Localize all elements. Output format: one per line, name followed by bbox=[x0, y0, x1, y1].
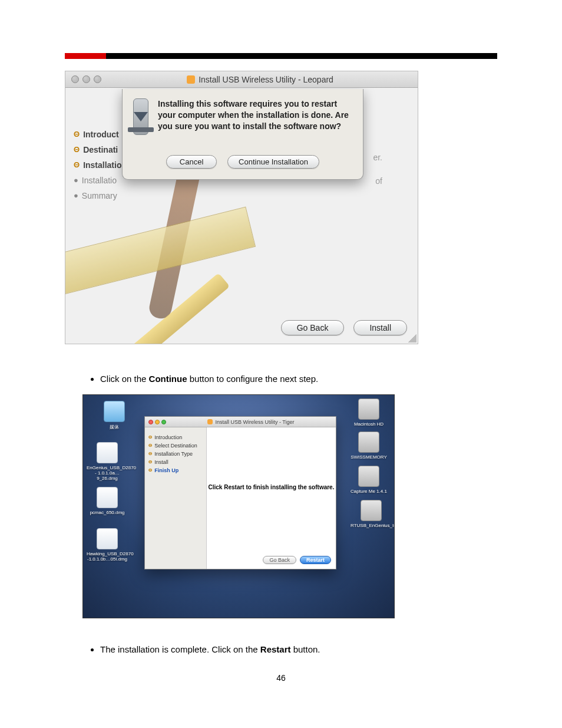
instruction-text: button. bbox=[290, 644, 320, 654]
step-bullet-icon: Θ bbox=[148, 442, 152, 450]
resize-grip-icon[interactable] bbox=[408, 334, 416, 342]
desktop-icon-label: RTUSB_EnGenius_Installer bbox=[351, 523, 392, 528]
instruction-text: The installation is complete. Click on t… bbox=[100, 644, 260, 654]
cancel-button[interactable]: Cancel bbox=[166, 155, 217, 169]
installer-app-icon bbox=[187, 75, 195, 84]
traffic-lights[interactable] bbox=[71, 75, 101, 83]
step-label: Introduction bbox=[154, 433, 182, 442]
window-titlebar: Install USB Wireless Utility - Leopard bbox=[65, 71, 418, 88]
step-label: Select Destination bbox=[154, 442, 197, 450]
minimize-icon[interactable] bbox=[155, 420, 160, 424]
instruction-bullet: Click on the Continue button to configur… bbox=[100, 374, 497, 384]
desktop-hd-icon[interactable]: SWISSMEMORY bbox=[348, 431, 389, 460]
step-bullet-icon: Θ bbox=[148, 458, 152, 466]
step-bullet-icon: ● bbox=[74, 173, 78, 188]
instruction-bullet: The installation is complete. Click on t… bbox=[100, 644, 497, 654]
instruction-bold: Continue bbox=[149, 374, 187, 384]
step-label: Destinati bbox=[83, 142, 118, 157]
continue-installation-button[interactable]: Continue Installation bbox=[227, 155, 319, 169]
zoom-icon[interactable] bbox=[161, 420, 166, 424]
confirm-restart-sheet: Installing this software requires you to… bbox=[122, 89, 363, 180]
step-bullet-icon: Θ bbox=[74, 157, 80, 173]
finish-message: Click Restart to finish installing the s… bbox=[207, 484, 336, 490]
desktop-hd-icon[interactable]: RTUSB_EnGenius_Installer bbox=[351, 500, 392, 528]
window-title: Install USB Wireless Utility - Leopard bbox=[199, 75, 333, 84]
installer-app-icon bbox=[207, 419, 213, 424]
desktop-icon-label: EnGenius_USB_D2870 - 1.0.1.0a…9_26.dmg bbox=[87, 465, 128, 481]
obscured-text: er. bbox=[373, 153, 382, 162]
minimize-icon[interactable] bbox=[82, 75, 90, 83]
desktop-hd-icon[interactable]: Capture Me 1.4.1 bbox=[348, 466, 389, 494]
window-titlebar: Install USB Wireless Utility - Tiger bbox=[145, 417, 336, 427]
go-back-button[interactable]: Go Back bbox=[263, 556, 296, 564]
step-label: Installatio bbox=[83, 157, 121, 173]
instruction-text: button to configure the next step. bbox=[187, 374, 319, 384]
installer-steps: ΘIntroduction ΘSelect Destination ΘInsta… bbox=[145, 427, 206, 569]
install-button[interactable]: Install bbox=[353, 320, 407, 335]
screenshot-tiger-desktop: 媒体 EnGenius_USB_D2870 - 1.0.1.0a…9_26.dm… bbox=[82, 394, 395, 618]
step-label: Installation Type bbox=[154, 450, 193, 458]
step-bullet-icon: Θ bbox=[148, 450, 152, 458]
step-bullet-icon: ● bbox=[74, 188, 78, 203]
zoom-icon[interactable] bbox=[94, 75, 101, 83]
step-bullet-icon: Θ bbox=[148, 433, 152, 442]
desktop-icon-label: pcmac_650.dmg bbox=[87, 510, 128, 515]
desktop-icon-label: SWISSMEMORY bbox=[348, 454, 389, 460]
installer-window: Install USB Wireless Utility - Tiger ΘIn… bbox=[144, 416, 336, 569]
hard-drive-arrow-icon bbox=[133, 98, 148, 135]
close-icon[interactable] bbox=[71, 75, 79, 83]
desktop-dmg-icon[interactable]: pcmac_650.dmg bbox=[87, 487, 128, 515]
desktop-folder-icon[interactable]: 媒体 bbox=[94, 401, 135, 430]
screenshot-leopard-installer: Install USB Wireless Utility - Leopard e… bbox=[65, 71, 418, 344]
step-bullet-icon: Θ bbox=[74, 127, 80, 142]
installer-steps: ΘIntroduct ΘDestinati ΘInstallatio ●Inst… bbox=[74, 127, 121, 203]
desktop-dmg-icon[interactable]: EnGenius_USB_D2870 - 1.0.1.0a…9_26.dmg bbox=[87, 442, 128, 481]
sheet-message: Installing this software requires you to… bbox=[158, 98, 352, 135]
step-bullet-icon: Θ bbox=[148, 466, 152, 475]
step-label: Installatio bbox=[82, 173, 117, 188]
step-bullet-icon: Θ bbox=[74, 142, 80, 157]
go-back-button[interactable]: Go Back bbox=[281, 320, 345, 335]
traffic-lights[interactable] bbox=[148, 420, 166, 424]
step-label: Summary bbox=[82, 188, 117, 203]
instruction-text: Click on the bbox=[100, 374, 149, 384]
desktop-icon-label: Capture Me 1.4.1 bbox=[348, 489, 389, 494]
step-label: Introduct bbox=[83, 127, 119, 142]
window-title: Install USB Wireless Utility - Tiger bbox=[215, 419, 294, 425]
brush-decoration bbox=[163, 466, 193, 566]
desktop-icon-label: Macintosh HD bbox=[348, 421, 389, 427]
desktop-dmg-icon[interactable]: Hawking_USB_D2870 -1.0.1.0b…05l.dmg bbox=[87, 528, 128, 562]
restart-button[interactable]: Restart bbox=[300, 556, 331, 564]
desktop-icon-label: 媒体 bbox=[94, 424, 135, 430]
obscured-text: of bbox=[375, 176, 382, 186]
header-rule bbox=[65, 53, 497, 59]
desktop-hd-icon[interactable]: Macintosh HD bbox=[348, 398, 389, 427]
page-number: 46 bbox=[65, 673, 497, 683]
desktop-icon-label: Hawking_USB_D2870 -1.0.1.0b…05l.dmg bbox=[87, 551, 128, 562]
instruction-bold: Restart bbox=[260, 644, 291, 654]
close-icon[interactable] bbox=[148, 420, 153, 424]
step-label: Finish Up bbox=[154, 466, 178, 475]
step-label: Install bbox=[154, 458, 168, 466]
